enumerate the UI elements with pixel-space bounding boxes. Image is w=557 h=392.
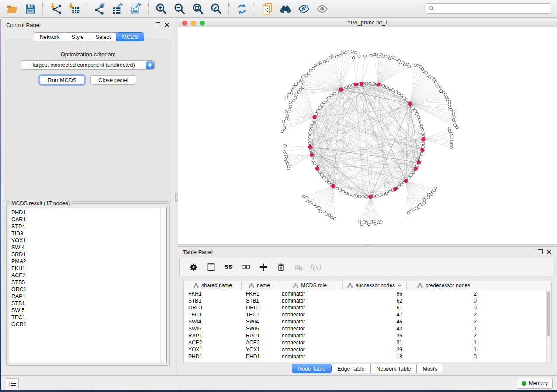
tab-select[interactable]: Select [90, 32, 117, 41]
table-tabbar: Node TableEdge TableNetwork TableMotifs [178, 364, 557, 373]
toolbar-separator [228, 2, 229, 15]
mcds-result-item[interactable]: ACE2 [11, 272, 166, 279]
network-window-titlebar[interactable]: YPA_prune.txt_1 [178, 19, 557, 27]
optimization-criterion-label: Optimization criterion: [5, 51, 171, 58]
close-panel-button[interactable]: Close panel [90, 75, 136, 85]
mcds-result-item[interactable]: STP4 [11, 224, 166, 230]
add-column-icon[interactable] [258, 261, 269, 273]
tab-network[interactable]: Network [34, 32, 66, 41]
column-header-name[interactable]: name [242, 281, 277, 290]
column-header-mcds-role[interactable]: MCDS role [277, 281, 343, 290]
mcds-result-item[interactable]: RAP1 [11, 293, 166, 300]
toolbar-button-strip [3, 1, 331, 17]
zoom-fit-button[interactable] [189, 1, 207, 17]
first-neighbors-button[interactable] [276, 1, 294, 17]
network-graph[interactable] [178, 27, 557, 244]
tab-mcds[interactable]: MCDS [116, 32, 144, 41]
mcds-result-item[interactable]: SWI5 [11, 307, 166, 314]
mcds-result-item[interactable]: GCR1 [11, 321, 166, 328]
save-session-button[interactable] [21, 1, 39, 17]
close-panel-icon[interactable] [165, 23, 169, 27]
cell-mcds-role: connector [277, 339, 343, 346]
column-header-successor-nodes[interactable]: successor nodes [343, 281, 407, 290]
table-row[interactable]: FKH1FKH1dominator962 [184, 290, 551, 297]
toolbar-separator [254, 2, 255, 15]
table-scrollbar[interactable] [546, 290, 551, 362]
cell-name: STB1 [242, 297, 277, 304]
network-canvas[interactable] [178, 27, 557, 244]
tab-network-table[interactable]: Network Table [371, 364, 417, 373]
result-list-scrollbar[interactable] [160, 208, 166, 363]
run-mcds-button[interactable]: Run MCDS [40, 75, 84, 85]
optimization-criterion-select[interactable]: largest connected component (undirected) [21, 60, 155, 70]
mcds-panel: Optimization criterion: largest connecte… [5, 41, 171, 202]
control-panel: Control Panel NetworkStyleSelectMCDS Opt… [1, 19, 175, 375]
table-row[interactable]: SWI5SWI5connector431 [184, 325, 551, 332]
table-options-gear-icon[interactable] [188, 261, 199, 273]
tab-edge-table[interactable]: Edge Table [332, 364, 370, 373]
vertical-splitter[interactable] [175, 19, 178, 375]
hide-graphics-details-button[interactable] [294, 1, 313, 17]
show-graphics-details-button[interactable] [313, 1, 331, 17]
table-row[interactable]: TEC1TEC1connector472 [184, 311, 551, 318]
table-row[interactable]: ORC1ORC1dominator610 [184, 304, 551, 311]
window-zoom-light[interactable] [200, 21, 205, 26]
mcds-result-item[interactable]: CAR1 [11, 217, 166, 224]
memory-button[interactable]: Memory [517, 378, 553, 389]
window-minimize-light[interactable] [191, 21, 196, 26]
delete-column-icon[interactable] [275, 261, 287, 273]
new-network-from-selection-button[interactable] [258, 1, 276, 17]
cell-successor-nodes: 96 [343, 290, 407, 297]
tab-node-table[interactable]: Node Table [292, 364, 332, 373]
deselect-all-checks-icon[interactable] [240, 261, 252, 273]
export-table-button[interactable] [108, 1, 127, 17]
open-session-button[interactable] [3, 1, 21, 17]
task-history-button[interactable] [6, 378, 19, 389]
toggle-column-panel-icon[interactable] [205, 261, 217, 273]
column-header-predecessor-nodes[interactable]: predecessor nodes [407, 281, 481, 290]
table-row[interactable]: STB1STB1dominator620 [184, 297, 551, 304]
mcds-result-item[interactable]: SWI4 [11, 244, 166, 251]
export-image-button[interactable] [127, 1, 145, 17]
import-network-button[interactable] [46, 1, 65, 17]
cell-successor-nodes: 29 [343, 346, 407, 353]
column-header-shared-name[interactable]: shared name [184, 281, 242, 290]
table-row[interactable]: ACE2ACE2connector311 [184, 339, 551, 346]
tab-motifs[interactable]: Motifs [417, 364, 443, 373]
save-session-icon [24, 3, 36, 15]
table-row[interactable]: YOX1YOX1connector291 [184, 346, 551, 353]
tab-style[interactable]: Style [66, 32, 90, 41]
table-row[interactable]: PHD1PHD1dominator180 [184, 353, 551, 360]
mcds-result-item[interactable]: SRD1 [11, 251, 166, 258]
cell-mcds-role: dominator [277, 297, 343, 304]
mcds-result-item[interactable]: TID3 [11, 230, 166, 237]
float-panel-icon[interactable] [538, 249, 543, 254]
mcds-result-item[interactable]: PHD1 [11, 210, 166, 217]
mcds-result-item[interactable]: ORC1 [11, 286, 166, 293]
scrollbar-thumb[interactable] [547, 292, 550, 336]
mcds-result-item[interactable]: STB1 [11, 300, 166, 307]
import-table-button[interactable] [65, 1, 83, 17]
search-box[interactable] [426, 3, 551, 14]
mcds-result-item[interactable]: STB5 [11, 279, 166, 286]
splitter-grip[interactable] [175, 193, 178, 201]
select-all-checks-icon[interactable] [223, 261, 234, 273]
float-panel-icon[interactable] [156, 22, 160, 27]
refresh-button[interactable] [232, 1, 251, 17]
zoom-in-button[interactable] [152, 1, 170, 17]
close-panel-icon[interactable] [547, 250, 551, 254]
table-row[interactable]: RAP1RAP1dominator352 [184, 332, 551, 339]
mcds-result-item[interactable]: PMA2 [11, 258, 166, 265]
mcds-result-item[interactable]: FKH1 [11, 265, 166, 272]
zoom-out-button[interactable] [170, 1, 189, 17]
window-close-light[interactable] [182, 21, 187, 26]
mcds-result-item[interactable]: TEC1 [11, 314, 166, 321]
search-input[interactable] [436, 5, 551, 12]
export-network-button[interactable] [90, 1, 108, 17]
table-row[interactable]: SWI4SWI4dominator462 [184, 318, 551, 325]
main-toolbar [0, 0, 557, 18]
zoom-selected-button[interactable] [207, 1, 225, 17]
mcds-result-item[interactable]: YOX1 [11, 237, 166, 244]
cell-predecessor-nodes: 1 [407, 339, 481, 346]
cell-shared-name: FKH1 [184, 290, 242, 297]
